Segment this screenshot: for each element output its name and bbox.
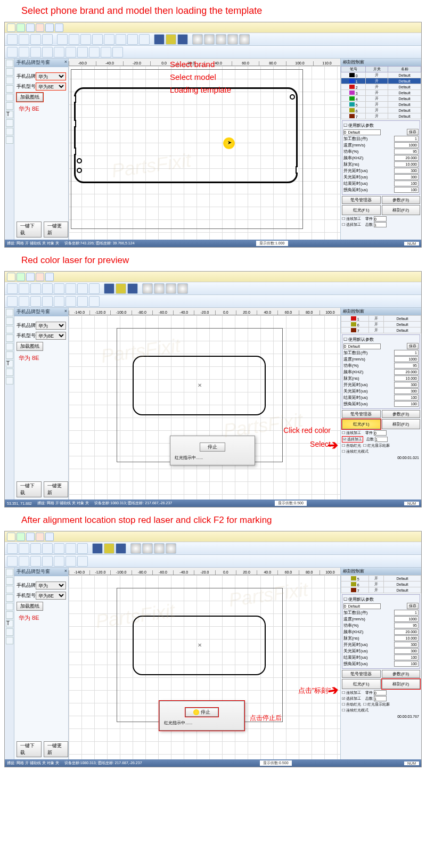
mark-f2-button[interactable]: 标刻(F2)	[382, 419, 421, 429]
zoom-icon[interactable]	[166, 543, 176, 554]
param-input[interactable]	[394, 168, 419, 174]
tool-btn[interactable]	[54, 543, 64, 554]
tool-btn[interactable]	[7, 543, 18, 554]
menu-icon[interactable]	[26, 273, 35, 281]
param-input[interactable]	[394, 629, 419, 635]
tool-hatch-icon[interactable]	[154, 34, 165, 45]
vector-tool-icon[interactable]	[6, 136, 13, 144]
stop-button[interactable]: 停止	[200, 443, 225, 452]
shape-tool[interactable]	[30, 556, 41, 567]
red-light-f1-button[interactable]: 红光(F1)	[342, 679, 381, 689]
update-button[interactable]: 一键更新	[44, 481, 69, 497]
tool-btn[interactable]	[42, 34, 53, 45]
menu-icon[interactable]	[7, 273, 15, 281]
tool-btn[interactable]	[7, 283, 18, 294]
default-field[interactable]	[343, 603, 381, 609]
tool-btn[interactable]	[116, 283, 126, 294]
save-btn[interactable]: 保存	[407, 343, 419, 349]
zoom-icon[interactable]	[192, 34, 203, 45]
tool-btn[interactable]	[104, 283, 114, 294]
update-button[interactable]: 一键更新	[44, 741, 69, 757]
zoom-icon[interactable]	[239, 34, 250, 45]
canvas[interactable]: -60.0-40.0-20.00.020.040.060.080.0100.01…	[69, 59, 340, 240]
tool-icon[interactable]	[6, 351, 13, 359]
tool-icon[interactable]: T	[6, 620, 13, 627]
menu-icon[interactable]	[7, 533, 15, 541]
tool-icon[interactable]	[6, 317, 13, 325]
tool-btn[interactable]	[116, 34, 126, 45]
param-input[interactable]	[394, 136, 419, 142]
total-input[interactable]	[374, 696, 387, 701]
menu-undo-icon[interactable]	[36, 23, 44, 32]
zoom-icon[interactable]	[204, 34, 215, 45]
pen-table[interactable]: 1开Default 6开Default 7开Default	[341, 315, 421, 333]
tool-btn[interactable]	[65, 283, 76, 294]
load-template-button[interactable]: 加载图纸	[17, 93, 43, 102]
shape-tool[interactable]	[42, 556, 53, 567]
shape-tool[interactable]	[7, 296, 18, 307]
tool-btn[interactable]	[19, 543, 29, 554]
shape-tool[interactable]	[42, 47, 53, 58]
model-select[interactable]: 华为8E	[36, 592, 66, 600]
default-field[interactable]	[343, 343, 381, 349]
shape-tool[interactable]	[30, 296, 41, 307]
tool-icon[interactable]	[6, 637, 13, 644]
download-button[interactable]: 一键下载	[17, 222, 42, 238]
param-input[interactable]	[394, 382, 419, 388]
pen-manager-button[interactable]: 笔号管理器	[342, 196, 381, 204]
zoom-icon[interactable]	[227, 34, 238, 45]
circle-tool-icon[interactable]	[6, 94, 13, 101]
menu-redo-icon[interactable]	[45, 23, 54, 32]
param-input[interactable]	[394, 363, 419, 369]
close-icon[interactable]: ×	[64, 59, 67, 64]
canvas[interactable]: -140.0-120.0-100.0-80.0-60.0-40.0-20.00.…	[69, 568, 340, 759]
param-input[interactable]	[394, 350, 419, 356]
param-input[interactable]	[394, 149, 419, 154]
shape-tool[interactable]	[89, 296, 100, 307]
select-tool-icon[interactable]	[6, 60, 13, 67]
menu-icon[interactable]	[17, 533, 25, 541]
tool-btn[interactable]	[30, 283, 41, 294]
tool-icon[interactable]	[6, 586, 13, 593]
tool-icon[interactable]	[6, 334, 13, 342]
tool-btn[interactable]	[57, 34, 68, 45]
shape-tool[interactable]	[65, 556, 76, 567]
shape-tool[interactable]	[42, 296, 53, 307]
save-param-btn[interactable]: 保存	[407, 129, 419, 135]
zoom-icon[interactable]	[166, 283, 176, 294]
tool-btn[interactable]	[116, 543, 126, 554]
zoom-icon[interactable]	[177, 283, 188, 294]
shape-tool[interactable]	[7, 556, 18, 567]
canvas[interactable]: -140.0-120.0-100.0-80.0-60.0-40.0-20.00.…	[69, 308, 340, 499]
tool-btn[interactable]	[127, 283, 138, 294]
param-input[interactable]	[394, 661, 419, 667]
tool-btn[interactable]	[65, 543, 76, 554]
tool-btn[interactable]	[77, 283, 88, 294]
param-input[interactable]	[394, 161, 419, 167]
tool-icon[interactable]	[6, 628, 13, 636]
brand-select[interactable]: 华为	[36, 582, 66, 589]
menu-icon[interactable]	[45, 533, 54, 541]
pen-manager-button[interactable]: 笔号管理器	[342, 670, 381, 678]
polygon-tool-icon[interactable]	[6, 102, 13, 110]
param-input[interactable]	[394, 375, 419, 381]
tool-btn[interactable]	[127, 34, 138, 45]
tool-flag-icon[interactable]	[177, 34, 188, 45]
tool-btn[interactable]	[7, 34, 18, 45]
param-f3-button[interactable]: 参数(F3)	[382, 670, 421, 678]
param-input[interactable]	[394, 356, 419, 362]
shape-tool[interactable]	[112, 47, 123, 58]
tool-icon[interactable]	[6, 309, 13, 316]
param-input[interactable]	[394, 616, 419, 622]
param-input[interactable]	[394, 623, 419, 628]
download-button[interactable]: 一键下载	[17, 741, 42, 757]
close-icon[interactable]: ×	[64, 568, 67, 574]
shape-tool[interactable]	[89, 47, 100, 58]
tool-btn[interactable]	[54, 283, 64, 294]
param-input[interactable]	[394, 181, 419, 186]
param-input[interactable]	[394, 610, 419, 616]
rect-tool-icon[interactable]	[6, 85, 13, 93]
mark-f2-button[interactable]: 标刻(F2)	[382, 205, 421, 215]
pen-manager-button[interactable]: 笔号管理器	[342, 410, 381, 418]
save-btn[interactable]: 保存	[407, 603, 419, 609]
